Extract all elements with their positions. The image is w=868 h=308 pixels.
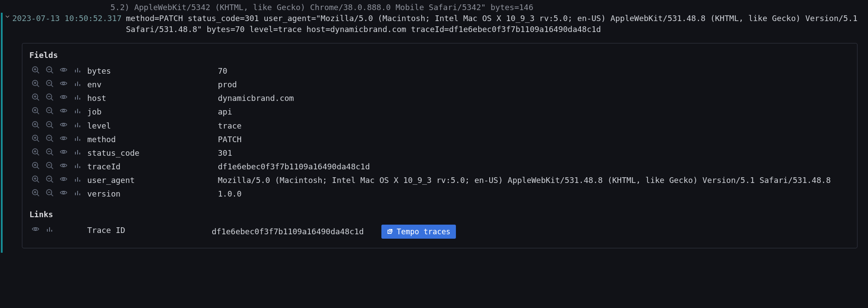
zoom-out-icon[interactable] xyxy=(45,79,54,88)
zoom-out-icon[interactable] xyxy=(45,161,54,170)
stats-icon[interactable] xyxy=(73,175,82,183)
log-details-panel: Fields bytes 70 env prod host dynamicbra… xyxy=(22,43,857,248)
log-message: method=PATCH status_code=301 user_agent=… xyxy=(126,13,868,35)
field-value: 70 xyxy=(218,65,850,76)
stats-icon[interactable] xyxy=(73,134,82,143)
zoom-out-icon[interactable] xyxy=(45,134,54,143)
zoom-out-icon[interactable] xyxy=(45,188,54,197)
eye-icon[interactable] xyxy=(59,147,68,156)
stats-icon[interactable] xyxy=(73,120,82,129)
zoom-out-icon[interactable] xyxy=(45,120,54,129)
field-value: 301 xyxy=(218,147,850,158)
field-key: host xyxy=(87,93,218,104)
field-row: host dynamicbrand.com xyxy=(29,91,850,105)
field-key: job xyxy=(87,106,218,117)
field-row: status_code 301 xyxy=(29,146,850,160)
zoom-out-icon[interactable] xyxy=(45,65,54,74)
field-key: level xyxy=(87,120,218,131)
zoom-in-icon[interactable] xyxy=(31,188,40,197)
zoom-in-icon[interactable] xyxy=(31,65,40,74)
field-value: prod xyxy=(218,79,850,90)
previous-log-text: 5.2) AppleWebKit/5342 (KHTML, like Gecko… xyxy=(110,2,868,13)
link-value: df1e6ebec0f3f7b1109a16490da48c1d xyxy=(212,226,364,237)
field-value: 1.0.0 xyxy=(218,188,850,199)
field-row: traceId df1e6ebec0f3f7b1109a16490da48c1d xyxy=(29,160,850,173)
zoom-in-icon[interactable] xyxy=(31,147,40,156)
field-row: level trace xyxy=(29,119,850,133)
field-key: status_code xyxy=(87,147,218,158)
stats-icon[interactable] xyxy=(73,161,82,170)
field-key: traceId xyxy=(87,161,218,172)
links-section-title: Links xyxy=(29,209,850,220)
field-value: Mozilla/5.0 (Macintosh; Intel Mac OS X 1… xyxy=(218,175,850,186)
field-value: PATCH xyxy=(218,134,850,145)
field-value: df1e6ebec0f3f7b1109a16490da48c1d xyxy=(218,161,850,172)
eye-icon[interactable] xyxy=(59,188,68,197)
field-value: dynamicbrand.com xyxy=(218,93,850,104)
zoom-in-icon[interactable] xyxy=(31,161,40,170)
link-key: Trace ID xyxy=(87,225,212,236)
zoom-in-icon[interactable] xyxy=(31,175,40,183)
stats-icon[interactable] xyxy=(45,225,54,233)
stats-icon[interactable] xyxy=(73,79,82,88)
zoom-in-icon[interactable] xyxy=(31,120,40,129)
stats-icon[interactable] xyxy=(73,65,82,74)
stats-icon[interactable] xyxy=(73,147,82,156)
link-row: Trace ID df1e6ebec0f3f7b1109a16490da48c1… xyxy=(29,223,850,240)
fields-section-title: Fields xyxy=(29,50,850,61)
zoom-out-icon[interactable] xyxy=(45,93,54,101)
eye-icon[interactable] xyxy=(59,79,68,88)
field-value: api xyxy=(218,106,850,117)
field-row: bytes 70 xyxy=(29,64,850,78)
field-row: job api xyxy=(29,105,850,118)
zoom-in-icon[interactable] xyxy=(31,134,40,143)
tempo-traces-button[interactable]: Tempo traces xyxy=(381,225,456,239)
field-key: version xyxy=(87,188,218,199)
zoom-out-icon[interactable] xyxy=(45,106,54,115)
field-row: user_agent Mozilla/5.0 (Macintosh; Intel… xyxy=(29,173,850,187)
eye-icon[interactable] xyxy=(59,93,68,101)
eye-icon[interactable] xyxy=(31,225,40,233)
field-key: user_agent xyxy=(87,175,218,186)
field-value: trace xyxy=(218,120,850,131)
log-timestamp: 2023-07-13 10:50:52.317 xyxy=(12,13,126,24)
tempo-button-label: Tempo traces xyxy=(397,227,451,236)
zoom-out-icon[interactable] xyxy=(45,175,54,183)
zoom-out-icon[interactable] xyxy=(45,147,54,156)
stats-icon[interactable] xyxy=(73,188,82,197)
field-key: bytes xyxy=(87,65,218,76)
field-row: version 1.0.0 xyxy=(29,187,850,201)
stats-icon[interactable] xyxy=(73,106,82,115)
field-row: method PATCH xyxy=(29,133,850,146)
stats-icon[interactable] xyxy=(73,93,82,101)
eye-icon[interactable] xyxy=(59,175,68,183)
eye-icon[interactable] xyxy=(59,120,68,129)
previous-log-tail: 5.2) AppleWebKit/5342 (KHTML, like Gecko… xyxy=(1,2,868,13)
log-row-expanded[interactable]: 2023-07-13 10:50:52.317 method=PATCH sta… xyxy=(1,13,868,35)
external-link-icon xyxy=(387,228,393,235)
field-key: env xyxy=(87,79,218,90)
field-row: env prod xyxy=(29,78,850,91)
eye-icon[interactable] xyxy=(59,161,68,170)
collapse-caret-icon[interactable] xyxy=(4,13,12,20)
eye-icon[interactable] xyxy=(59,134,68,143)
eye-icon[interactable] xyxy=(59,106,68,115)
zoom-in-icon[interactable] xyxy=(31,93,40,101)
zoom-in-icon[interactable] xyxy=(31,106,40,115)
field-key: method xyxy=(87,134,218,145)
eye-icon[interactable] xyxy=(59,65,68,74)
zoom-in-icon[interactable] xyxy=(31,79,40,88)
